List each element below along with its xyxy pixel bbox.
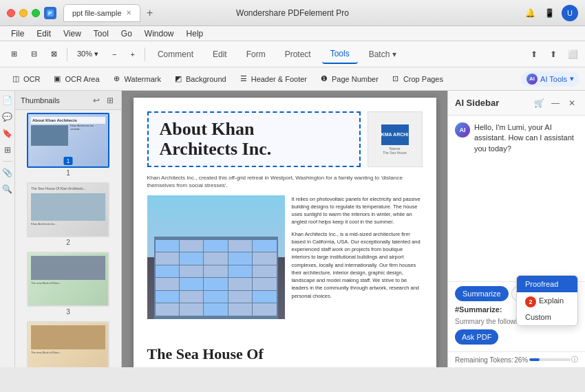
ask-pdf-button[interactable]: Ask PDF — [455, 329, 498, 345]
sidebar-comment-icon[interactable]: 💬 — [2, 111, 13, 122]
crop-icon: ⊡ — [391, 74, 401, 84]
watermark-icon: ⊕ — [112, 74, 122, 84]
tab-close-icon[interactable]: ✕ — [126, 9, 131, 17]
logo-label: Name The Sea House — [383, 146, 407, 155]
expand-icon[interactable]: ⬜ — [566, 47, 579, 61]
device-icon[interactable]: 📱 — [542, 6, 556, 20]
logo-icon: KMA ARCHI — [381, 124, 409, 145]
tab-tools[interactable]: Tools — [322, 45, 358, 64]
tool-crop-pages[interactable]: ⊡ Crop Pages — [385, 72, 449, 86]
title-bar: P ppt file-sample ✕ + Wondershare PDFele… — [0, 0, 585, 26]
menu-file[interactable]: File — [6, 28, 30, 40]
token-progress-bar — [529, 358, 571, 361]
tool-page-number[interactable]: ❶ Page Number — [314, 72, 384, 86]
tool-ocr-area[interactable]: ▣ OCR Area — [47, 72, 105, 86]
zoom-out[interactable]: − — [107, 47, 122, 61]
page-header-area: About KhanArchitects Inc. KMA ARCHI Name… — [147, 111, 423, 167]
tokens-info-icon[interactable]: ⓘ — [571, 355, 578, 364]
sidebar-bookmark-icon[interactable]: 🔖 — [2, 128, 13, 139]
tab-bar: ppt file-sample ✕ + — [63, 4, 157, 22]
thumbnails-list[interactable]: About Khan Architects Khan Architects In… — [15, 110, 121, 367]
page-bottom: The Sea House Of Klan Architects Inc Kha… — [147, 345, 423, 367]
top-icons: 🔔 📱 U — [523, 5, 578, 21]
thumbnail-page-1[interactable]: About Khan Architects Khan Architects In… — [18, 113, 118, 177]
dropdown-custom[interactable]: Custom — [517, 309, 577, 325]
user-avatar[interactable]: U — [562, 5, 578, 21]
sidebar-layers-icon[interactable]: ⊞ — [2, 144, 13, 155]
main-content: 📄 💬 🔖 ⊞ 📎 🔍 Thumbnails ↩ ⊞ About Khan Ar… — [0, 91, 585, 367]
building-image — [147, 195, 285, 319]
ai-cart-icon[interactable]: 🛒 — [533, 97, 545, 109]
new-tab-button[interactable]: + — [143, 6, 157, 20]
sidebar-page-icon[interactable]: 📄 — [2, 95, 13, 106]
notification-icon[interactable]: 🔔 — [523, 6, 537, 20]
thumb-layout-icon[interactable]: ⊞ — [105, 95, 116, 106]
building-windows — [156, 240, 277, 316]
thumbnail-page-2[interactable]: The Sea House Of Klan Architects... Khan… — [18, 182, 118, 246]
menu-tool[interactable]: Tool — [88, 28, 114, 40]
tab-protect[interactable]: Protect — [277, 45, 319, 63]
tool-watermark[interactable]: ⊕ Watermark — [107, 72, 167, 86]
upload-icon[interactable]: ⬆ — [527, 47, 541, 61]
thumbnails-panel: Thumbnails ↩ ⊞ About Khan Architects Kha… — [15, 91, 122, 367]
ai-lumi-icon: AI — [526, 74, 538, 85]
close-button[interactable] — [7, 9, 15, 17]
ai-greeting-message: AI Hello, I'm Lumi, your AI assistant. H… — [455, 122, 578, 154]
menu-go[interactable]: Go — [116, 28, 138, 40]
tool-ai-tools[interactable]: AI AI Tools ▾ — [521, 72, 579, 87]
tool-ocr[interactable]: ◫ OCR — [6, 72, 45, 86]
menu-view[interactable]: View — [58, 28, 87, 40]
thumb-img-2: The Sea House Of Klan Architects... Khan… — [27, 182, 109, 237]
ai-minimize-icon[interactable]: — — [549, 97, 562, 109]
ocr-icon: ◫ — [11, 74, 21, 84]
tool-background[interactable]: ◩ Background — [168, 72, 232, 86]
page-main-title: About KhanArchitects Inc. — [160, 120, 348, 159]
app-title: Wondershare PDFelement Pro — [236, 8, 349, 18]
tab-form[interactable]: Form — [238, 45, 274, 63]
summarize-button[interactable]: Summarize — [455, 286, 509, 301]
tab-comment[interactable]: Comment — [149, 45, 202, 63]
app-icon: P — [44, 7, 56, 19]
menu-bar: File Edit View Tool Go Window Help — [0, 26, 585, 41]
thumbnails-label: Thumbnails — [21, 96, 60, 105]
thumb-preview-3: The new Work of Khan... — [28, 253, 108, 305]
thumbnails-header: Thumbnails ↩ ⊞ — [15, 91, 121, 110]
menu-edit[interactable]: Edit — [31, 28, 56, 40]
menu-help[interactable]: Help — [181, 28, 209, 40]
thumb-rotate-icon[interactable]: ↩ — [91, 95, 102, 106]
token-fill — [529, 358, 540, 361]
pdf-viewer[interactable]: About KhanArchitects Inc. KMA ARCHI Name… — [122, 91, 447, 367]
thumbnail-page-3[interactable]: The new Work of Khan... 3 — [18, 252, 118, 316]
toolbar-grid2[interactable]: ⊟ — [25, 47, 43, 61]
thumbnail-page-4[interactable]: The new Work of Khan... 4 — [18, 321, 118, 367]
sidebar-search-icon[interactable]: 🔍 — [2, 184, 13, 195]
ai-close-icon[interactable]: ✕ — [566, 97, 578, 109]
maximize-button[interactable] — [32, 9, 40, 17]
ai-chat-area: AI Hello, I'm Lumi, your AI assistant. H… — [448, 116, 585, 281]
zoom-display[interactable]: 30% ▾ — [72, 47, 104, 61]
toolbar-grid3[interactable]: ⊠ — [45, 47, 63, 61]
page-number-icon: ❶ — [319, 74, 329, 84]
dropdown-explain[interactable]: Explain 2 — [517, 292, 577, 309]
tokens-label: Remaining Tokens: — [455, 356, 513, 364]
sidebar-attachment-icon[interactable]: 📎 — [2, 167, 13, 178]
menu-window[interactable]: Window — [139, 28, 180, 40]
bottom-title-2: Klan Architects Inc — [147, 366, 423, 367]
toolbar-grid1[interactable]: ⊞ — [6, 47, 23, 61]
tab-title: ppt file-sample — [72, 9, 122, 17]
tab-batch[interactable]: Batch ▾ — [361, 45, 405, 63]
share-icon[interactable]: ⬆ — [546, 47, 560, 61]
toolbar-sep2 — [145, 47, 145, 61]
minimize-button[interactable] — [19, 9, 28, 17]
dropdown-proofread[interactable]: Proofread — [517, 276, 577, 292]
lumi-avatar: AI — [455, 122, 470, 138]
tool-header-footer[interactable]: ☰ Header & Footer — [233, 72, 312, 86]
ai-sidebar-header: AI Sidebar 🛒 — ✕ — [448, 91, 585, 116]
ai-sidebar-title: AI Sidebar — [455, 98, 530, 108]
file-tab[interactable]: ppt file-sample ✕ — [63, 4, 140, 22]
building-facade — [154, 237, 278, 319]
tab-edit[interactable]: Edit — [204, 45, 235, 63]
ai-tokens-row: Remaining Tokens: 26% ⓘ — [448, 351, 585, 367]
zoom-in[interactable]: + — [125, 47, 140, 61]
thumb-page-label-1: 1 — [66, 169, 70, 177]
